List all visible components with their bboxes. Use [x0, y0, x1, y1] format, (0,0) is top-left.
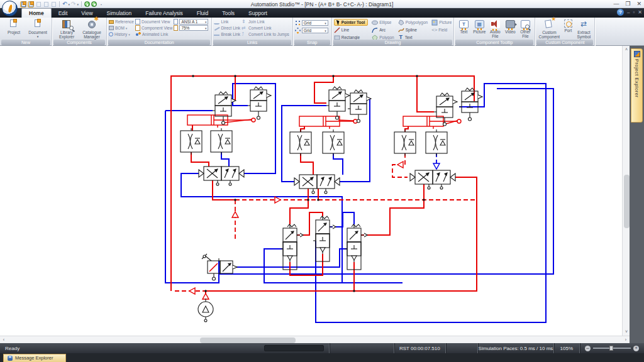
- help-icon[interactable]: ?: [617, 9, 624, 16]
- zoom-slider[interactable]: – +: [579, 343, 644, 353]
- pressure-source[interactable]: [198, 299, 213, 322]
- pointer-tool-button[interactable]: Pointer Tool: [334, 19, 368, 26]
- tooltip-audio-button[interactable]: Audio File: [487, 19, 502, 39]
- snap-grid-select-2[interactable]: Grid▾: [295, 28, 328, 33]
- flow-control-b2[interactable]: [323, 129, 344, 156]
- project-explorer-icon: [634, 51, 640, 57]
- directional-valve-B[interactable]: [294, 175, 340, 194]
- convert-link-to-jumps-button[interactable]: ⤴Convert Link to Jumps: [242, 31, 289, 37]
- junction-dots: [192, 75, 425, 292]
- signal-valve-2[interactable]: [313, 216, 336, 261]
- status-empty-segment-2: [445, 343, 478, 353]
- tooltip-other-file-button[interactable]: Other File: [518, 19, 533, 39]
- document-button[interactable]: Document ▾: [26, 19, 50, 39]
- tab-edit[interactable]: Edit: [52, 9, 75, 18]
- custom-component-button[interactable]: ★Custom Component: [537, 19, 561, 39]
- directional-valve-C[interactable]: [410, 170, 455, 189]
- zoom-out-icon[interactable]: –: [585, 346, 591, 351]
- animated-link-button[interactable]: Animated Link: [135, 31, 172, 37]
- tooltip-video-button[interactable]: Video: [502, 19, 518, 39]
- direct-link-button[interactable]: Direct Link: [214, 25, 240, 31]
- tab-failure-analysis[interactable]: Failure Analysis: [138, 9, 190, 18]
- extract-symbol-button[interactable]: ⇄Extract Symbol: [575, 19, 592, 39]
- break-link-button[interactable]: Break Link: [214, 31, 240, 37]
- directional-valve-A[interactable]: [199, 167, 244, 185]
- bom-button[interactable]: BOM▾: [109, 25, 134, 31]
- minimize-button[interactable]: —: [613, 1, 619, 7]
- catalogue-manager-button[interactable]: ✱ Catalogue Manager: [79, 19, 104, 39]
- tab-simulation[interactable]: Simulation: [100, 9, 139, 18]
- flow-control-c1[interactable]: [394, 129, 416, 156]
- cylinder-B[interactable]: [299, 116, 353, 129]
- status-ready-text: Ready: [5, 346, 19, 351]
- tooltip-text-button[interactable]: TText: [456, 19, 471, 39]
- field-icon: <>: [431, 27, 437, 33]
- line-button[interactable]: Line: [334, 27, 368, 33]
- tab-support[interactable]: Support: [242, 9, 274, 18]
- snap-grid-select-1[interactable]: Grid▾: [295, 20, 328, 26]
- zoom-slider-thumb[interactable]: [609, 346, 613, 351]
- restore-button[interactable]: ❐: [625, 1, 630, 7]
- grid-snap-icon-2: [294, 26, 302, 35]
- diagram-canvas[interactable]: ˄ ˅ ‹ ›: [0, 46, 630, 343]
- port-button[interactable]: Port: [561, 19, 575, 39]
- limit-valve-b2[interactable]: [348, 90, 371, 123]
- arc-button[interactable]: Arc: [372, 27, 394, 33]
- vertical-scrollbar[interactable]: ˄ ˅: [622, 46, 630, 336]
- zoom-slider-track[interactable]: [593, 348, 631, 349]
- flow-control-b1[interactable]: [290, 129, 311, 156]
- flow-control-a1[interactable]: [180, 128, 202, 155]
- join-link-button[interactable]: ⇞Join Link: [242, 19, 289, 25]
- close-button[interactable]: ✕: [636, 1, 641, 7]
- video-icon: [506, 20, 515, 28]
- horizontal-scroll-thumb[interactable]: [200, 337, 296, 343]
- doc-close-button[interactable]: ✕: [638, 9, 642, 16]
- status-empty-segment-1: [329, 343, 394, 353]
- group-title-components: Components: [53, 40, 105, 45]
- polypolygon-button[interactable]: Polypolygon: [398, 19, 428, 25]
- animated-link-icon: [135, 31, 141, 37]
- component-view-button[interactable]: Component View: [135, 25, 172, 31]
- document-view-button[interactable]: Document View: [135, 19, 172, 25]
- tab-tools[interactable]: Tools: [215, 9, 242, 18]
- library-explorer-button[interactable]: Library Explorer: [54, 19, 79, 39]
- custom-component-icon: ★: [544, 19, 554, 29]
- flow-control-c2[interactable]: [426, 129, 447, 156]
- break-link-icon: [214, 33, 219, 36]
- flow-control-a2[interactable]: [211, 128, 232, 155]
- limit-valve-a2[interactable]: [248, 87, 271, 119]
- ellipse-icon: [372, 19, 378, 26]
- signal-valve-1[interactable]: [280, 224, 303, 270]
- signal-valve-3[interactable]: [345, 224, 367, 270]
- ribbon-group-component-tooltip: TText▦PictureAudio FileVideoOther File C…: [454, 18, 535, 46]
- ribbon-group-components: Library Explorer ✱ Catalogue Manager Com…: [52, 18, 107, 46]
- message-explorer-tab[interactable]: Message Explorer: [3, 354, 66, 362]
- limit-valve-b1[interactable]: [326, 87, 350, 119]
- tooltip-picture-button[interactable]: ▦Picture: [471, 19, 487, 39]
- link-button[interactable]: Link: [214, 19, 240, 25]
- doc-restore-button[interactable]: ▫: [633, 9, 635, 16]
- convert-link-button[interactable]: ⇄Convert Link: [242, 25, 289, 31]
- project-explorer-tab[interactable]: Project Explorer: [631, 48, 643, 123]
- ellipse-button[interactable]: Ellipse: [372, 19, 394, 25]
- reference-button[interactable]: Reference: [109, 19, 134, 25]
- limit-valve-c2[interactable]: [459, 88, 482, 121]
- ribbon-group-snap: Grid▾ Grid▾ Snap: [293, 18, 332, 46]
- doc-minimize-button[interactable]: –: [627, 9, 630, 16]
- ribbon-group-custom-component: ★Custom ComponentPort⇄Extract Symbol Cus…: [535, 18, 595, 46]
- picture-button[interactable]: Picture: [431, 19, 452, 25]
- history-button[interactable]: History▾: [109, 31, 134, 37]
- horizontal-scrollbar[interactable]: ‹ ›: [0, 336, 630, 343]
- tab-fluid[interactable]: Fluid: [190, 9, 215, 18]
- limit-valve-c1[interactable]: [434, 93, 457, 126]
- spline-button[interactable]: Spline: [398, 27, 428, 33]
- tab-home[interactable]: Home: [21, 8, 52, 18]
- project-button[interactable]: Project: [2, 19, 26, 39]
- zoom-in-icon[interactable]: +: [633, 346, 639, 351]
- field-button[interactable]: <>Field: [431, 27, 452, 33]
- vertical-scroll-thumb[interactable]: [624, 175, 630, 228]
- pneumatic-diagram[interactable]: [0, 46, 621, 334]
- app-logo[interactable]: [2, 1, 18, 16]
- paper-size-select[interactable]: ANSI A 1▾: [174, 19, 208, 25]
- doc-zoom-select[interactable]: 75%▾: [174, 25, 208, 31]
